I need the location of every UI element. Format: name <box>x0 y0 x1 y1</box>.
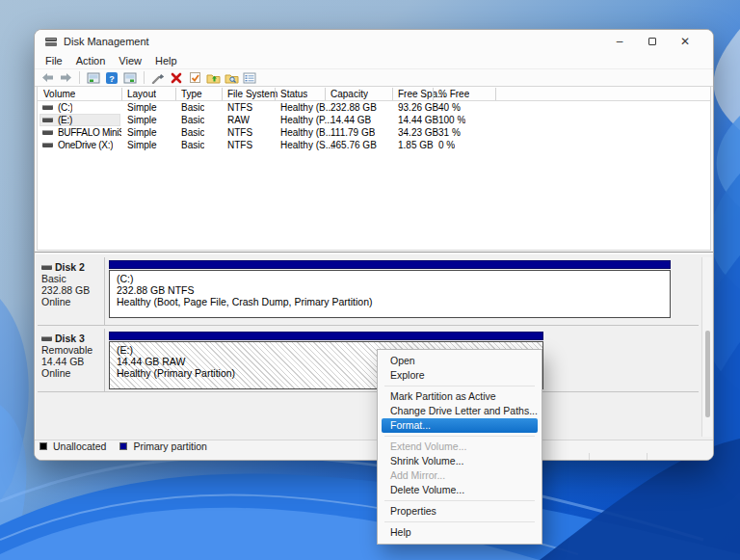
volume-row-c[interactable]: (C:) Simple Basic NTFS Healthy (B... 232… <box>38 101 710 114</box>
volume-row-buffalo[interactable]: BUFFALO MiniStat... Simple Basic NTFS He… <box>38 126 710 139</box>
column-header-file-system[interactable]: File System <box>222 87 278 101</box>
volume-file-system: NTFS <box>227 101 252 114</box>
vertical-scrollbar[interactable] <box>701 257 712 437</box>
maximize-button[interactable] <box>636 30 669 52</box>
column-divider <box>433 88 434 100</box>
menu-item-mark-partition-active[interactable]: Mark Partition as Active <box>378 389 542 404</box>
volume-status: Healthy (B... <box>280 126 333 139</box>
volume-name: (C:) <box>58 101 72 114</box>
column-divider <box>121 88 122 100</box>
close-button[interactable]: ✕ <box>669 30 701 52</box>
unallocated-swatch <box>40 442 47 450</box>
menu-action[interactable]: Action <box>69 54 113 67</box>
column-divider <box>495 88 496 100</box>
maximize-icon <box>648 38 656 45</box>
forward-icon[interactable] <box>58 70 73 85</box>
menu-item-add-mirror: Add Mirror... <box>378 468 542 483</box>
menu-item-open[interactable]: Open <box>378 354 542 368</box>
volume-list-header: Volume Layout Type File System Status Ca… <box>38 87 710 101</box>
disk-size: 14.44 GB <box>41 356 104 367</box>
column-header-capacity[interactable]: Capacity <box>325 87 368 101</box>
toolbar: ? <box>35 68 713 87</box>
disk-name: Disk 3 <box>55 333 85 344</box>
menu-separator <box>384 386 535 387</box>
volume-free-space: 1.85 GB <box>398 139 434 151</box>
column-header-volume[interactable]: Volume <box>38 87 75 101</box>
menu-item-properties[interactable]: Properties <box>378 504 542 519</box>
column-header-type[interactable]: Type <box>175 87 202 101</box>
volume-icon <box>42 130 53 135</box>
help-icon[interactable]: ? <box>104 70 119 85</box>
volume-status: Healthy (B... <box>280 101 333 114</box>
menu-view[interactable]: View <box>112 54 148 67</box>
volume-name: BUFFALO MiniStat... <box>58 126 121 139</box>
scrollbar-thumb[interactable] <box>705 331 710 417</box>
column-header-layout[interactable]: Layout <box>121 87 156 101</box>
disk-icon <box>41 336 52 341</box>
explore-icon[interactable] <box>224 70 239 85</box>
action-pane-icon[interactable] <box>122 70 138 85</box>
status-divider <box>647 453 648 460</box>
menu-file[interactable]: File <box>39 54 69 67</box>
volume-pct-free: 40 % <box>438 101 461 114</box>
volume-type: Basic <box>181 139 204 151</box>
volume-list: Volume Layout Type File System Status Ca… <box>37 86 711 251</box>
volume-capacity: 14.44 GB <box>330 114 371 126</box>
disk-icon <box>41 265 52 270</box>
disk-size: 232.88 GB <box>41 284 104 296</box>
menu-item-shrink-volume[interactable]: Shrink Volume... <box>378 454 542 468</box>
partition-color-bar <box>109 332 543 340</box>
volume-layout: Simple <box>127 101 157 114</box>
volume-row-onedrive[interactable]: OneDrive (X:) Simple Basic NTFS Healthy … <box>38 139 710 151</box>
menu-item-extend-volume: Extend Volume... <box>378 440 542 454</box>
menu-help[interactable]: Help <box>148 54 184 67</box>
column-divider <box>275 88 276 100</box>
open-icon[interactable] <box>205 70 221 85</box>
volume-type: Basic <box>181 126 204 139</box>
menu-item-change-drive-letter[interactable]: Change Drive Letter and Paths... <box>378 404 542 418</box>
disk-2-label[interactable]: Disk 2 Basic 232.88 GB Online <box>38 257 105 325</box>
partition-size: 232.88 GB NTFS <box>117 284 670 296</box>
partition-c[interactable]: (C:) 232.88 GB NTFS Healthy (Boot, Page … <box>109 260 671 318</box>
column-divider <box>392 88 393 100</box>
volume-file-system: NTFS <box>227 139 252 151</box>
console-tree-icon[interactable] <box>86 70 101 85</box>
title-bar[interactable]: Disk Management – ✕ <box>35 30 713 52</box>
check-disk-icon[interactable] <box>187 70 202 85</box>
disk-kind: Basic <box>41 273 104 284</box>
partition-health: Healthy (Boot, Page File, Crash Dump, Pr… <box>117 296 670 307</box>
tools-icon[interactable] <box>150 70 166 85</box>
menu-separator <box>384 436 535 437</box>
menu-item-help[interactable]: Help <box>378 525 542 540</box>
disk-3-label[interactable]: Disk 3 Removable 14.44 GB Online <box>38 329 105 391</box>
volume-row-e[interactable]: (E:) Simple Basic RAW Healthy (P... 14.4… <box>38 114 710 126</box>
legend-unallocated-label: Unallocated <box>53 440 106 452</box>
volume-capacity: 111.79 GB <box>330 126 375 139</box>
volume-free-space: 14.44 GB <box>398 114 438 126</box>
back-icon[interactable] <box>40 70 55 85</box>
splitter[interactable] <box>35 252 713 253</box>
delete-volume-icon[interactable] <box>169 70 184 85</box>
column-header-status[interactable]: Status <box>275 87 307 101</box>
menu-item-delete-volume[interactable]: Delete Volume... <box>378 483 542 497</box>
disk-2-row: Disk 2 Basic 232.88 GB Online (C:) 232.8… <box>38 257 699 326</box>
column-divider <box>325 88 326 100</box>
menu-item-explore[interactable]: Explore <box>378 368 542 383</box>
disk-status: Online <box>41 296 104 307</box>
properties-icon[interactable] <box>242 70 257 85</box>
volume-file-system: RAW <box>227 114 250 126</box>
column-divider <box>175 88 176 100</box>
column-header-pct-free[interactable]: % Free <box>433 87 469 101</box>
volume-layout: Simple <box>127 126 157 139</box>
partition-color-bar <box>109 260 671 269</box>
menu-separator <box>384 500 535 501</box>
status-divider <box>589 453 590 460</box>
legend-bar: Unallocated Primary partition <box>35 440 713 452</box>
menu-item-format[interactable]: Format... <box>382 418 538 433</box>
minimize-button[interactable]: – <box>603 30 636 52</box>
partition-context-menu: Open Explore Mark Partition as Active Ch… <box>377 349 542 545</box>
disk-kind: Removable <box>41 344 104 356</box>
volume-type: Basic <box>181 101 204 114</box>
window-title: Disk Management <box>64 36 149 47</box>
volume-status: Healthy (P... <box>280 114 332 126</box>
